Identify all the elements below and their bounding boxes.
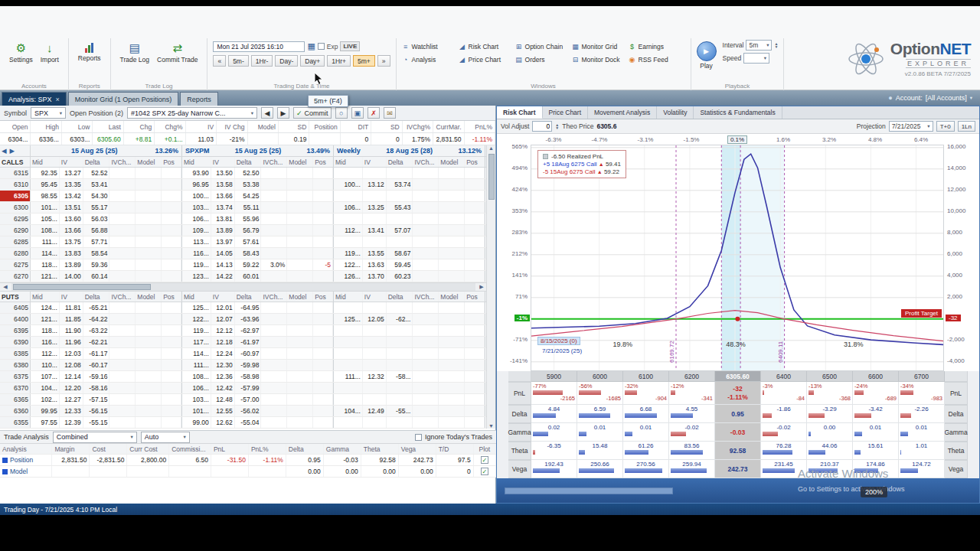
- chain-cell[interactable]: 125...: [334, 314, 363, 324]
- chain-cell[interactable]: 12.30: [211, 360, 235, 370]
- risk-chart-plot[interactable]: 6169.726409.1119.8%48.3%31.8%: [531, 145, 943, 370]
- chain-cell[interactable]: 13.58: [211, 179, 235, 190]
- chain-cell[interactable]: 12.05: [363, 314, 387, 324]
- chain-cell[interactable]: [162, 360, 181, 370]
- chain-cell[interactable]: [162, 383, 181, 393]
- chain-cell[interactable]: 105...: [31, 214, 60, 224]
- profit-target-badge[interactable]: Profit Target: [901, 309, 942, 318]
- chain-cell[interactable]: [109, 337, 136, 347]
- chain-cell[interactable]: 125...: [182, 302, 211, 313]
- chain-col-header[interactable]: Pos: [465, 157, 485, 167]
- step-last-button[interactable]: »: [377, 55, 390, 67]
- analysis-col-header[interactable]: Gamma: [324, 444, 361, 454]
- chain-cell[interactable]: [313, 394, 333, 405]
- quote-col-header[interactable]: Chg%: [155, 121, 185, 132]
- workspace-tab[interactable]: Reports: [180, 92, 218, 106]
- analysis-col-header[interactable]: Plot: [474, 444, 496, 454]
- chain-cell[interactable]: 106...: [334, 202, 363, 213]
- chain-cell[interactable]: 14.00: [60, 271, 83, 282]
- snapshot-button[interactable]: ▣: [351, 107, 364, 119]
- price-col-header[interactable]: 5900: [531, 371, 577, 382]
- chain-cell[interactable]: [136, 236, 162, 247]
- step-day-minus-button[interactable]: Day-: [275, 55, 298, 67]
- analysis-col-header[interactable]: Cost: [90, 444, 127, 454]
- chain-cell[interactable]: 12.39: [60, 417, 83, 428]
- chain-col-header[interactable]: Model: [136, 292, 162, 302]
- chain-cell[interactable]: [162, 417, 181, 428]
- chain-cell[interactable]: 122...: [182, 314, 211, 324]
- chain-cell[interactable]: [109, 191, 136, 201]
- analysis-col-header[interactable]: Delta: [286, 444, 324, 454]
- chain-cell[interactable]: [261, 191, 287, 201]
- strike-cell[interactable]: 6270: [0, 271, 31, 282]
- chain-col-header[interactable]: IVCh...: [261, 157, 287, 167]
- strike-cell[interactable]: 6400: [0, 314, 31, 324]
- chain-cell[interactable]: 56.88: [83, 225, 110, 236]
- chain-cell[interactable]: [287, 417, 313, 428]
- chain-cell[interactable]: [334, 383, 363, 393]
- chain-cell[interactable]: [439, 406, 465, 416]
- chain-cell[interactable]: 13.83: [60, 248, 83, 259]
- step-first-button[interactable]: «: [213, 55, 226, 67]
- interval-spinner[interactable]: ▲▼: [774, 42, 778, 48]
- chain-cell[interactable]: [109, 225, 136, 236]
- chain-col-header[interactable]: IVCh...: [413, 157, 439, 167]
- strike-cell[interactable]: 6285: [0, 236, 31, 247]
- chain-col-header[interactable]: IV: [363, 292, 387, 302]
- chain-cell[interactable]: 123...: [182, 271, 211, 282]
- strike-cell[interactable]: 6295: [0, 214, 31, 224]
- chain-cell[interactable]: [413, 214, 439, 224]
- chain-cell[interactable]: [162, 179, 181, 190]
- windows-item-option-chain[interactable]: ⊞Option Chain: [515, 43, 572, 51]
- chain-cell[interactable]: [465, 314, 485, 324]
- chain-cell[interactable]: 11.96: [60, 337, 83, 347]
- chain-cell[interactable]: [287, 325, 313, 336]
- chain-cell[interactable]: -59.98: [235, 360, 262, 370]
- chain-cell[interactable]: 60.01: [235, 271, 262, 282]
- chain-cell[interactable]: [109, 394, 136, 405]
- chain-cell[interactable]: 57.61: [235, 236, 262, 247]
- chain-cell[interactable]: [465, 371, 485, 382]
- prev-position-button[interactable]: ◀: [261, 107, 273, 119]
- chain-cell[interactable]: [162, 259, 181, 270]
- chain-cell[interactable]: 12.14: [60, 371, 83, 382]
- chain-cell[interactable]: 12.03: [60, 348, 83, 359]
- price-col-header[interactable]: 6600: [853, 371, 899, 382]
- chain-cell[interactable]: [136, 337, 162, 347]
- price-col-header[interactable]: 6700: [899, 371, 945, 382]
- analysis-row-label[interactable]: Model: [0, 466, 52, 477]
- workspace-tab[interactable]: Monitor Grid (1 Open Positions): [68, 92, 179, 106]
- analysis-col-header[interactable]: Commissi...: [169, 444, 211, 454]
- windows-item-analysis[interactable]: ◔Analysis: [402, 56, 459, 64]
- chain-cell[interactable]: 12.08: [60, 360, 83, 370]
- chain-cell[interactable]: 12.12: [211, 325, 235, 336]
- chain-cell[interactable]: [439, 394, 465, 405]
- windows-item-orders[interactable]: ▤Orders: [515, 56, 572, 64]
- chain-cell[interactable]: [465, 360, 485, 370]
- scrollbar-thumb[interactable]: [488, 154, 495, 200]
- chain-cell[interactable]: [261, 371, 287, 382]
- risk-panel-tab[interactable]: Movement Analysis: [588, 106, 657, 119]
- chain-cell[interactable]: [162, 248, 181, 259]
- chain-cell[interactable]: [465, 225, 485, 236]
- chain-cell[interactable]: [413, 325, 439, 336]
- chain-cell[interactable]: [334, 168, 363, 178]
- chain-cell[interactable]: 55.96: [235, 214, 262, 224]
- chain-cell[interactable]: [261, 214, 287, 224]
- chain-cell[interactable]: [465, 236, 485, 247]
- chain-cell[interactable]: 12.07: [211, 314, 235, 324]
- ignore-todays-trades-checkbox[interactable]: [415, 434, 422, 441]
- chain-cell[interactable]: 12.62: [211, 417, 235, 428]
- chain-cell[interactable]: [261, 236, 287, 247]
- chain-cell[interactable]: [413, 302, 439, 313]
- settings-button[interactable]: ⚙ Settings: [5, 40, 37, 65]
- chain-cell[interactable]: [465, 259, 485, 270]
- chain-cell[interactable]: [334, 214, 363, 224]
- chain-cell[interactable]: 117...: [182, 337, 211, 347]
- chain-cell[interactable]: [413, 360, 439, 370]
- chain-cell[interactable]: 54.30: [83, 191, 110, 201]
- chain-cell[interactable]: [109, 271, 136, 282]
- chain-cell[interactable]: 13.35: [60, 179, 83, 190]
- chain-cell[interactable]: [465, 348, 485, 359]
- chain-cell[interactable]: [261, 417, 287, 428]
